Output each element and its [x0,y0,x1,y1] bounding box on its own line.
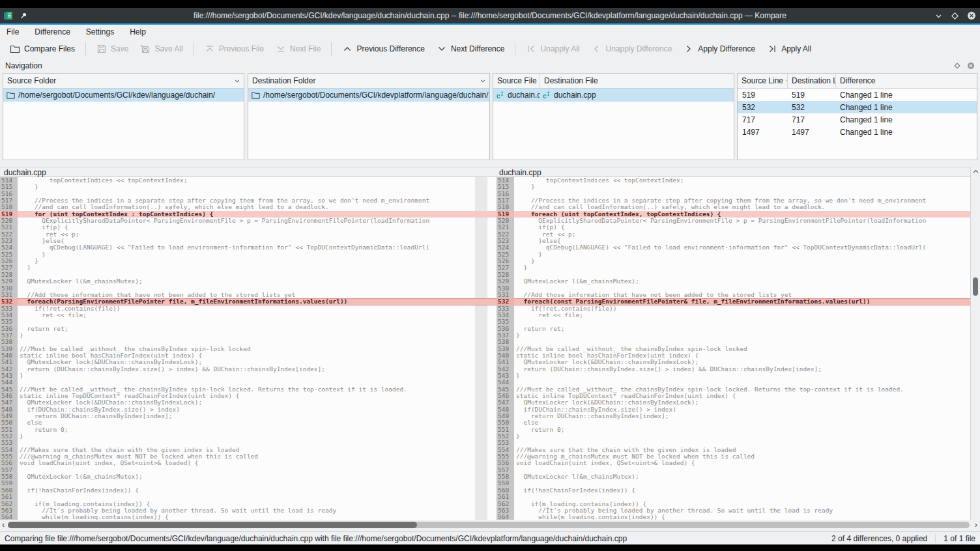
code-text [18,339,473,345]
line-number: 536 [0,326,18,332]
menu-file[interactable]: File [7,27,19,36]
difference-row[interactable]: 717717Changed 1 line [738,113,977,126]
menu-help[interactable]: Help [130,27,146,36]
save-all-button[interactable]: Save All [134,41,188,57]
diff-connector-band [473,298,497,305]
line-number: 526 [497,258,514,264]
apply-all-button[interactable]: Apply All [761,41,817,57]
code-text [514,272,970,278]
destination-file-header[interactable]: Destination File [540,74,734,88]
code-line-563: 563 //It's probably being loaded by anot… [497,507,970,514]
code-line-519[interactable]: 519 for (uint topContextIndex : topConte… [0,211,473,218]
scroll-up-arrow-icon[interactable] [971,169,980,174]
minimize-button[interactable] [934,12,943,20]
line-number: 552 [0,433,18,440]
file-row[interactable]: c duchain.c... c duchain.cpp [493,89,734,102]
code-line-546: 546static inline TopDUContext* readChain… [0,393,473,399]
unapply-difference-button[interactable]: Unapply Difference [585,41,678,57]
menu-settings[interactable]: Settings [86,27,114,36]
code-text: else [514,419,970,426]
code-line-544: 544 [0,379,473,386]
code-line-519[interactable]: 519 foreach (uint topContextIndex, topCo… [497,211,970,218]
window-title: file:///home/sergobot/Documents/GCI/kdev… [0,11,980,20]
source-folder-header[interactable]: Source Folder [3,74,244,88]
line-number: 534 [0,312,18,318]
next-file-button[interactable]: Next File [270,41,326,57]
next-difference-button[interactable]: Next Difference [431,41,510,57]
navigation-dock-titlebar: Navigation [0,59,980,73]
code-text: } [18,258,473,264]
previous-file-button[interactable]: Previous File [199,41,270,57]
source-file-header[interactable]: Source File [493,74,540,88]
scroll-right-arrow-icon[interactable]: › [975,520,977,530]
scroll-left-arrow-icon[interactable]: ‹ [2,520,5,530]
statusbar: Comparing file file:///home/sergobot/Doc… [0,531,980,544]
save-all-icon [140,44,151,54]
code-line-532[interactable]: 532 foreach(ParsingEnvironmentFilePointe… [0,298,473,305]
previous-difference-button[interactable]: Previous Difference [336,41,431,57]
line-number: 564 [0,514,18,520]
code-text: //and can call loadInformation(..) safel… [18,204,473,210]
float-dock-icon[interactable] [954,63,960,69]
close-dock-icon[interactable] [967,62,975,70]
difference-header[interactable]: Difference [835,74,977,88]
code-line-559: 559 [0,480,473,487]
connector-strip [475,177,487,520]
line-number: 545 [0,386,18,393]
code-line-518: 518 //and can call loadInformation(..) s… [497,204,970,210]
save-button[interactable]: Save [91,41,134,57]
save-icon [96,44,107,54]
difference-destination-line: 519 [787,91,835,100]
line-number: 549 [0,413,18,419]
source-line-header[interactable]: Source Line [738,74,787,88]
line-number: 544 [497,379,514,386]
compare-files-button[interactable]: Compare Files [4,41,81,57]
difference-row[interactable]: 519519Changed 1 line [738,89,977,101]
code-text [18,191,473,197]
maximize-button[interactable] [951,12,959,20]
code-line-556: 556void loadChain(uint index, QSet<uint>… [0,460,473,466]
code-text: } [18,373,473,379]
code-line-563: 563 //It's probably being loaded by anot… [0,507,473,514]
code-text [514,379,970,386]
code-text: ///Makes sure that the chain with the gi… [18,447,473,453]
code-text [514,467,970,473]
difference-row[interactable]: 532532Changed 1 line [738,101,977,113]
code-text: while(m_loading.contains(index)) { [514,514,970,520]
code-text: QMutexLocker lock(&DUChain::chainsByInde… [514,359,970,365]
destination-folder-header[interactable]: Destination Folder [248,74,489,88]
line-number: 532 [497,298,514,305]
horizontal-scrollbar-thumb[interactable] [8,522,417,528]
code-line-525: 525 } [497,251,970,258]
code-text: ret << file; [514,312,970,318]
code-text: ///Makes sure that the chain with the gi… [514,447,970,453]
code-line-514: 514 topContextIndices << topContextIndex… [0,177,473,184]
line-number: 558 [497,473,514,480]
line-number: 545 [497,386,514,393]
close-button[interactable] [967,11,976,20]
code-text [18,379,473,386]
code-line-532[interactable]: 532 foreach(const ParsingEnvironmentFile… [497,298,970,305]
code-line-546: 546static inline TopDUContext* readChain… [497,393,970,399]
line-number: 561 [497,494,514,500]
source-folder-row[interactable]: /home/sergobot/Documents/GCI/kdev/langua… [3,89,244,102]
destination-line-header[interactable]: Destination Lin [787,74,835,88]
code-text: QMutexLocker lock(&DUChain::chainsByInde… [18,359,473,365]
line-number: 515 [497,184,514,190]
line-number: 537 [497,332,514,339]
vertical-scrollbar-thumb[interactable] [973,277,978,296]
vertical-scrollbar[interactable] [970,167,980,520]
code-text: if(!ret.contains(file)) [514,305,970,312]
chevron-down-icon [437,44,447,54]
destination-folder-row[interactable]: /home/sergobot/Documents/GCI/kdevplatfor… [248,89,489,102]
apply-difference-button[interactable]: Apply Difference [678,41,761,57]
horizontal-scrollbar[interactable]: ‹ › [0,520,980,530]
unapply-all-button[interactable]: Unapply All [520,41,585,57]
line-number: 528 [497,272,514,278]
difference-row[interactable]: 14971497Changed 1 line [738,126,977,138]
code-text: QExplicitlySharedDataPointer< ParsingEnv… [18,218,473,224]
code-line-536: 536 return ret; [497,326,970,332]
code-line-554: 554///Makes sure that the chain with the… [497,447,970,453]
line-number: 515 [0,184,18,190]
menu-difference[interactable]: Difference [35,27,70,36]
